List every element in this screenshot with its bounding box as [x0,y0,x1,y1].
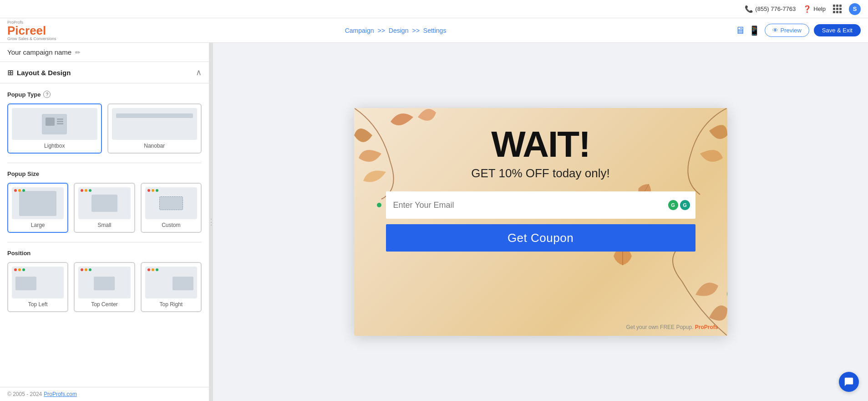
sidebar-footer: © 2005 - 2024 ProProfs.com [0,387,209,401]
size-small-label: Small [97,222,111,228]
user-avatar[interactable]: S [849,3,861,15]
dot-green [22,189,25,192]
edit-campaign-name-icon[interactable]: ✏ [75,49,81,56]
logo: ProProfs Picreel Grow Sales & Conversion… [7,20,56,41]
section-header: ⊞ Layout & Design ∧ [0,62,209,83]
breadcrumb-settings[interactable]: Settings [423,27,447,34]
footer-link[interactable]: ProProfs.com [44,391,77,397]
position-top-right[interactable]: Top Right [141,262,202,312]
collapse-button[interactable]: ∧ [196,67,202,77]
size-large[interactable]: Large [7,183,68,233]
popup-headline: WAIT! [491,126,590,163]
popup-type-nanobar[interactable]: Nanobar [107,103,202,154]
pos-top-left-inner [15,277,36,290]
breadcrumb-sep2: >> [412,27,419,34]
dot-green [89,189,91,192]
nanobar-preview-card [112,108,198,140]
dot-red [81,189,83,192]
position-top-center[interactable]: Top Center [74,262,135,312]
help-text: Help [813,5,826,12]
popup-size-text: Popup Size [7,170,39,177]
size-custom-preview [145,187,197,219]
dot-yellow [18,268,21,271]
lightbox-label: Lightbox [44,143,65,149]
dot-yellow [152,268,154,271]
popup-preview-wrapper: WAIT! GET 10% OFF today only! G G Get Co… [354,108,727,336]
footer-copyright: © 2005 - 2024 [7,391,42,397]
top-bar: 📞 (855) 776-7763 ❓ Help S [0,0,868,18]
size-custom-label: Custom [162,222,180,228]
pos-top-right-dots [147,268,158,271]
device-icons: 🖥 📱 [735,25,760,36]
dot-yellow [85,189,87,192]
logo-picreel: Picreel [7,25,56,36]
breadcrumb: Campaign >> Design >> Settings [345,27,447,34]
size-small-dots [81,189,91,192]
dot-green [156,189,158,192]
save-exit-button[interactable]: Save & Exit [814,24,861,36]
size-small[interactable]: Small [74,183,135,233]
size-custom-inner [159,196,183,210]
position-text: Position [7,250,30,257]
popup-type-lightbox[interactable]: Lightbox [7,103,102,154]
layout-icon: ⊞ [7,68,13,77]
size-large-preview [12,187,64,219]
size-small-inner [91,195,117,212]
phone-number: 📞 (855) 776-7763 [745,5,796,13]
popup-preview: WAIT! GET 10% OFF today only! G G Get Co… [354,108,727,336]
dot-yellow [152,189,154,192]
apps-grid-icon[interactable] [833,5,842,13]
popup-footer-link[interactable]: ProProfs [695,324,718,330]
dot-green [89,268,91,271]
pos-top-right-preview [145,267,197,298]
dot-yellow [85,268,87,271]
popup-type-label: Popup Type ? [7,91,202,98]
dot-green [22,268,25,271]
pos-top-left-preview [12,267,64,298]
dot-red [81,268,83,271]
popup-email-input[interactable] [393,200,688,210]
nanobar-icon [116,113,193,118]
position-cards: Top Left Top Center [7,262,202,312]
layout-area: Your campaign name ✏ ⊞ Layout & Design ∧… [0,43,868,401]
grammarly-icons: G G [668,200,690,210]
dot-red [14,189,17,192]
resize-handle[interactable] [209,43,213,401]
pos-top-center-preview [78,267,130,298]
size-large-label: Large [31,222,45,228]
breadcrumb-design[interactable]: Design [389,27,409,34]
popup-size-cards: Large Small [7,183,202,233]
popup-footer: Get your own FREE Popup. ProProfs [626,324,718,330]
size-custom[interactable]: Custom [141,183,202,233]
sidebar-content: Popup Type ? Lightbox Nanobar [0,83,209,329]
popup-size-label: Popup Size [7,170,202,177]
chat-bubble-button[interactable] [839,372,859,392]
eye-icon: 👁 [772,27,778,34]
desktop-icon[interactable]: 🖥 [735,25,745,36]
preview-button[interactable]: 👁 Preview [765,24,809,37]
breadcrumb-campaign[interactable]: Campaign [345,27,374,34]
phone-icon: 📞 [745,5,753,13]
popup-type-text: Popup Type [7,91,41,98]
pos-top-center-inner [94,277,115,290]
popup-footer-text: Get your own FREE Popup. ProProfs [626,324,718,330]
help-link[interactable]: ❓ Help [803,5,826,13]
size-custom-dots [147,189,158,192]
pos-top-left-label: Top Left [28,301,48,308]
preview-area: WAIT! GET 10% OFF today only! G G Get Co… [213,43,868,401]
breadcrumb-sep1: >> [378,27,385,34]
mobile-icon[interactable]: 📱 [749,25,760,36]
dot-red [14,268,17,271]
divider-2 [7,242,202,242]
popup-type-help-icon[interactable]: ? [43,91,51,98]
nav-right: 🖥 📱 👁 Preview Save & Exit [735,24,861,37]
status-dot [377,203,381,207]
popup-cta-button[interactable]: Get Coupon [386,224,695,252]
pos-top-right-inner [173,277,193,290]
preview-label: Preview [781,27,802,34]
popup-subtitle: GET 10% OFF today only! [471,166,609,180]
section-title: Layout & Design [17,69,71,77]
chat-icon [844,377,854,387]
grammarly-teal-icon: G [680,200,690,210]
position-top-left[interactable]: Top Left [7,262,68,312]
